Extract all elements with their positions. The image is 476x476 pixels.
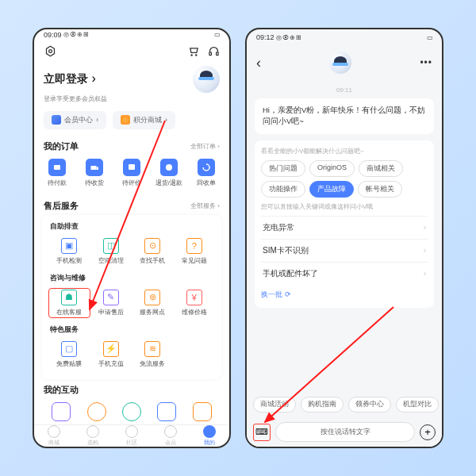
login-title: 立即登录 [44,72,88,85]
order-pending-receive[interactable]: 待收货 [76,157,113,189]
chevron-right-icon: › [424,223,426,232]
plus-icon[interactable]: + [420,424,436,440]
svg-rect-6 [54,165,60,170]
tag-function[interactable]: 功能操作 [261,181,305,198]
chat-timestamp: 09:11 [255,86,434,94]
options-bubble: 看看全能的小V都能解决什么问题吧~ 热门问题 OriginOS 商城相关 功能操… [255,140,434,308]
tag-mall[interactable]: 商城相关 [359,160,403,177]
greeting-bubble: Hi，亲爱的V粉，新年快乐！有什么问题，不妨问问小V吧~ [255,98,434,134]
interact-item-5[interactable] [193,402,212,421]
aftersale-title: 售后服务 [44,200,79,212]
option-charging[interactable]: 充电异常› [261,216,428,239]
option-broken[interactable]: 手机或配件坏了› [261,262,428,285]
chevron-right-icon: › [424,269,426,278]
cart-icon[interactable] [186,45,199,58]
suggest-coupon[interactable]: 领券中心 [348,397,391,413]
back-icon[interactable]: ‹ [256,55,261,71]
item-faq[interactable]: ?常见问题 [174,236,216,267]
headset-icon[interactable] [207,45,220,58]
consult-title: 咨询与维修 [44,271,220,286]
order-recycle[interactable]: 回收单 [187,157,225,189]
item-space-clean[interactable]: ◫空间清理 [90,236,132,267]
aftersale-more[interactable]: 全部服务 › [190,202,220,210]
login-row[interactable]: 立即登录 › [34,63,229,94]
tag-originos[interactable]: OriginOS [309,160,355,177]
settings-icon[interactable] [44,45,56,58]
orders-more[interactable]: 全部订单 › [190,142,220,151]
svg-rect-5 [216,52,218,56]
order-pending-pay[interactable]: 待付款 [39,157,76,189]
refresh-icon: ⟳ [285,290,291,298]
voice-button[interactable]: 按住说话转文字 [275,422,415,442]
interact-item-1[interactable] [52,402,71,421]
tag-hot[interactable]: 热门问题 [261,160,305,177]
item-phone-check[interactable]: ▣手机检测 [48,236,90,267]
tag-fault[interactable]: 产品故障 [309,181,354,198]
order-refund[interactable]: 退货/退款 [150,157,187,189]
nav-buy[interactable]: 选购 [86,425,99,447]
orders-header: 我的订单 全部订单 › [34,136,229,155]
member-chips: 会员中心› 积分商城› [34,108,229,136]
item-free-film[interactable]: ▢免费贴膜 [48,340,90,370]
svg-rect-7 [91,166,97,170]
aftersale-header: 售后服务 全部服务 › [34,195,229,215]
svg-point-2 [191,55,192,56]
nav-shop[interactable]: 商城 [48,425,60,447]
chat-header: ‹ ••• [247,45,442,80]
status-bar: 09:09◎ ⦿ ⊕ ⊞ ▭ [34,29,229,40]
interact-title: 我的互动 [44,384,79,396]
nav-member[interactable]: 会员 [164,425,177,447]
chevron-right-icon: › [424,246,426,255]
special-grid: ▢免费贴膜 ⚡手机充值 ≋免流服务 [44,338,220,374]
order-pending-review[interactable]: 待评价 [113,157,151,189]
item-apply-aftersale[interactable]: ✎申请售后 [90,288,132,318]
consult-grid: ☗在线客服 ✎申请售后 ⊚服务网点 ¥维修价格 [44,286,220,323]
item-repair-price[interactable]: ¥维修价格 [174,288,216,318]
bottom-nav: 商城 选购 社区 会员 我的 [34,424,229,447]
status-time: 09:12 [256,33,274,41]
item-service-points[interactable]: ⊚服务网点 [132,288,174,318]
interact-header: 我的互动 [34,379,229,399]
selfcheck-grid: ▣手机检测 ◫空间清理 ⊙查找手机 ?常见问题 [44,235,220,271]
suggest-row[interactable]: 商城活动 购机指南 领券中心 机型对比 以 [247,392,442,417]
input-bar: ⌨ 按住说话转文字 + [247,417,442,447]
selfcheck-title: 自助排查 [44,220,220,235]
status-icons: ◎ ⦿ ⊕ ⊞ [63,31,89,38]
item-online-service[interactable]: ☗在线客服 [48,288,90,318]
item-find-phone[interactable]: ⊙查找手机 [132,236,174,267]
suggest-activity[interactable]: 商城活动 [253,397,296,413]
coin-icon [121,115,130,125]
battery-icon: ▭ [214,31,221,38]
interact-row [34,399,229,424]
svg-point-3 [195,55,196,56]
diamond-icon [52,115,61,125]
battery-icon: ▭ [427,34,433,41]
nav-community[interactable]: 社区 [125,425,138,447]
chip-points-mall[interactable]: 积分商城› [113,111,175,129]
interact-item-2[interactable] [87,402,106,421]
special-title: 特色服务 [44,323,220,338]
nav-mine[interactable]: 我的 [203,425,216,447]
status-bar: 09:12◎ ⦿ ⊕ ⊞ ▭ [247,29,442,45]
svg-rect-9 [129,164,135,170]
refresh-button[interactable]: 换一批⟳ [261,285,428,301]
interact-item-3[interactable] [122,402,141,421]
interact-item-4[interactable] [157,402,176,421]
suggest-guide[interactable]: 购机指南 [301,397,344,413]
status-time: 09:09 [44,31,62,39]
status-icons: ◎ ⦿ ⊕ ⊞ [276,34,301,41]
chip-member-center[interactable]: 会员中心› [44,111,106,129]
item-recharge[interactable]: ⚡手机充值 [90,340,132,370]
keyboard-icon[interactable]: ⌨ [253,424,271,441]
avatar[interactable] [193,66,220,93]
orders-grid: 待付款 待收货 待评价 退货/退款 回收单 [34,155,229,195]
tag-account[interactable]: 帐号相关 [358,181,402,198]
more-icon[interactable]: ••• [420,57,432,68]
chevron-right-icon: › [91,71,95,85]
login-subtitle: 登录享受更多会员权益 [34,94,229,108]
item-free-data[interactable]: ≋免流服务 [132,340,174,370]
suggest-compare[interactable]: 机型对比 [396,397,439,413]
option-sim[interactable]: SIM卡不识别› [261,239,428,262]
orders-title: 我的订单 [44,140,79,152]
svg-point-10 [166,164,172,171]
